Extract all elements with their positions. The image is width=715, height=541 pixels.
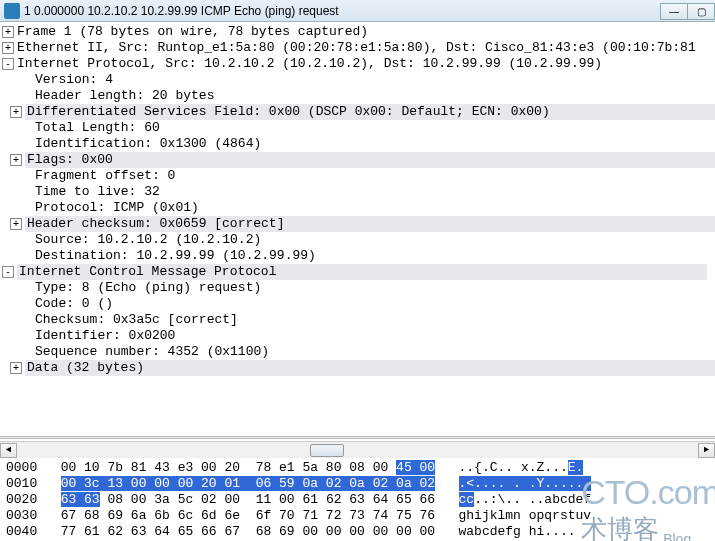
tree-row[interactable]: -Internet Control Message Protocol	[0, 264, 715, 280]
tree-label: Data (32 bytes)	[25, 360, 715, 376]
tree-row[interactable]: Type: 8 (Echo (ping) request)	[0, 280, 715, 296]
tree-row[interactable]: Source: 10.2.10.2 (10.2.10.2)	[0, 232, 715, 248]
tree-label: Header checksum: 0x0659 [correct]	[25, 216, 715, 232]
tree-label: Time to live: 32	[35, 184, 160, 200]
tree-row[interactable]: Time to live: 32	[0, 184, 715, 200]
hex-line[interactable]: 0040 77 61 62 63 64 65 66 67 68 69 00 00…	[6, 524, 709, 540]
tree-label: Header length: 20 bytes	[35, 88, 214, 104]
expand-icon[interactable]: +	[2, 26, 14, 38]
hex-selection: 63 63	[61, 492, 100, 507]
ascii-selection: .<.... . .Y......	[459, 476, 592, 491]
hex-dump-pane[interactable]: 0000 00 10 7b 81 43 e3 00 20 78 e1 5a 80…	[0, 458, 715, 541]
hex-selection: 45 00	[396, 460, 435, 475]
hex-offset: 0040	[6, 524, 37, 539]
tree-label: Total Length: 60	[35, 120, 160, 136]
hex-line[interactable]: 0000 00 10 7b 81 43 e3 00 20 78 e1 5a 80…	[6, 460, 709, 476]
expand-icon[interactable]: +	[2, 42, 14, 54]
tree-row[interactable]: Identifier: 0x0200	[0, 328, 715, 344]
app-icon	[4, 3, 20, 19]
tree-row[interactable]: Protocol: ICMP (0x01)	[0, 200, 715, 216]
scroll-left-button[interactable]: ◄	[0, 443, 17, 458]
scroll-thumb[interactable]	[310, 444, 344, 457]
horizontal-scrollbar[interactable]: ◄ ►	[0, 441, 715, 458]
tree-label: Destination: 10.2.99.99 (10.2.99.99)	[35, 248, 316, 264]
tree-label: Fragment offset: 0	[35, 168, 175, 184]
tree-row[interactable]: +Data (32 bytes)	[0, 360, 715, 376]
tree-label: Differentiated Services Field: 0x00 (DSC…	[25, 104, 715, 120]
collapse-icon[interactable]: -	[2, 266, 14, 278]
title-bar: 1 0.000000 10.2.10.2 10.2.99.99 ICMP Ech…	[0, 0, 715, 22]
packet-details-tree[interactable]: +Frame 1 (78 bytes on wire, 78 bytes cap…	[0, 22, 715, 434]
tree-label: Sequence number: 4352 (0x1100)	[35, 344, 269, 360]
expand-icon[interactable]: +	[10, 362, 22, 374]
ascii-selection: E.	[568, 460, 584, 475]
tree-label: Checksum: 0x3a5c [correct]	[35, 312, 238, 328]
tree-label: Flags: 0x00	[25, 152, 715, 168]
tree-label: Identification: 0x1300 (4864)	[35, 136, 261, 152]
tree-label: Type: 8 (Echo (ping) request)	[35, 280, 261, 296]
hex-offset: 0000	[6, 460, 37, 475]
hex-line[interactable]: 0020 63 63 08 00 3a 5c 02 00 11 00 61 62…	[6, 492, 709, 508]
minimize-button[interactable]: —	[660, 3, 688, 20]
tree-row[interactable]: Total Length: 60	[0, 120, 715, 136]
tree-row[interactable]: +Header checksum: 0x0659 [correct]	[0, 216, 715, 232]
hex-offset: 0010	[6, 476, 37, 491]
tree-row[interactable]: +Ethernet II, Src: Runtop_e1:5a:80 (00:2…	[0, 40, 715, 56]
hex-selection: 00 3c 13 00 00 00 20 01 06 59 0a 02 0a 0…	[61, 476, 435, 491]
tree-label: Code: 0 ()	[35, 296, 113, 312]
tree-row[interactable]: -Internet Protocol, Src: 10.2.10.2 (10.2…	[0, 56, 715, 72]
expand-icon[interactable]: +	[10, 218, 22, 230]
scroll-right-button[interactable]: ►	[698, 443, 715, 458]
tree-label: Internet Control Message Protocol	[17, 264, 707, 280]
scroll-track[interactable]	[17, 443, 698, 458]
tree-row[interactable]: Fragment offset: 0	[0, 168, 715, 184]
pane-splitter[interactable]	[0, 436, 715, 439]
hex-offset: 0030	[6, 508, 37, 523]
tree-row[interactable]: +Flags: 0x00	[0, 152, 715, 168]
collapse-icon[interactable]: -	[2, 58, 14, 70]
maximize-button[interactable]: ▢	[687, 3, 715, 20]
window-title: 1 0.000000 10.2.10.2 10.2.99.99 ICMP Ech…	[24, 4, 339, 18]
tree-row[interactable]: Code: 0 ()	[0, 296, 715, 312]
hex-offset: 0020	[6, 492, 37, 507]
hex-line[interactable]: 0030 67 68 69 6a 6b 6c 6d 6e 6f 70 71 72…	[6, 508, 709, 524]
tree-label: Ethernet II, Src: Runtop_e1:5a:80 (00:20…	[17, 40, 696, 56]
expand-icon[interactable]: +	[10, 154, 22, 166]
tree-label: Internet Protocol, Src: 10.2.10.2 (10.2.…	[17, 56, 602, 72]
tree-row[interactable]: +Frame 1 (78 bytes on wire, 78 bytes cap…	[0, 24, 715, 40]
tree-row[interactable]: Identification: 0x1300 (4864)	[0, 136, 715, 152]
ascii-selection: cc	[459, 492, 475, 507]
hex-line[interactable]: 0010 00 3c 13 00 00 00 20 01 06 59 0a 02…	[6, 476, 709, 492]
tree-label: Frame 1 (78 bytes on wire, 78 bytes capt…	[17, 24, 368, 40]
tree-label: Source: 10.2.10.2 (10.2.10.2)	[35, 232, 261, 248]
expand-icon[interactable]: +	[10, 106, 22, 118]
tree-row[interactable]: Destination: 10.2.99.99 (10.2.99.99)	[0, 248, 715, 264]
tree-row[interactable]: Version: 4	[0, 72, 715, 88]
tree-row[interactable]: Checksum: 0x3a5c [correct]	[0, 312, 715, 328]
tree-label: Identifier: 0x0200	[35, 328, 175, 344]
tree-row[interactable]: Sequence number: 4352 (0x1100)	[0, 344, 715, 360]
tree-row[interactable]: Header length: 20 bytes	[0, 88, 715, 104]
tree-label: Version: 4	[35, 72, 113, 88]
tree-row[interactable]: +Differentiated Services Field: 0x00 (DS…	[0, 104, 715, 120]
tree-label: Protocol: ICMP (0x01)	[35, 200, 199, 216]
